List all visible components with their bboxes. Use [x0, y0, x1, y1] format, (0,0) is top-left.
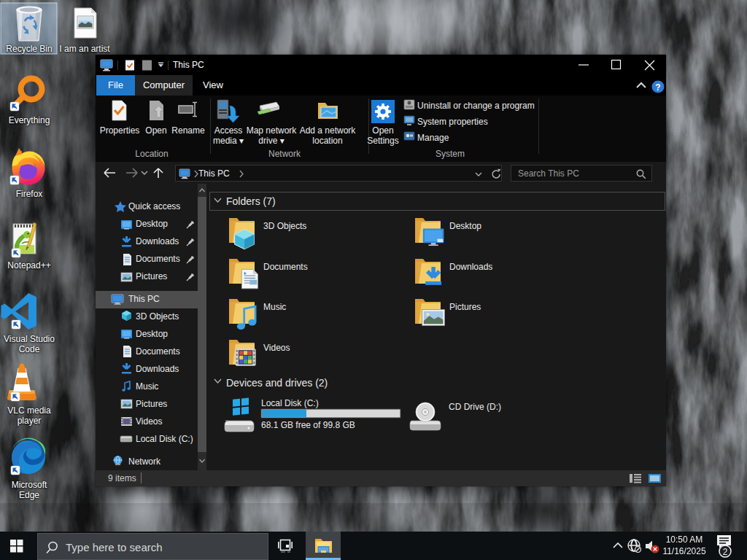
svg-text:2: 2: [723, 547, 728, 557]
svg-text:?: ?: [655, 82, 660, 93]
